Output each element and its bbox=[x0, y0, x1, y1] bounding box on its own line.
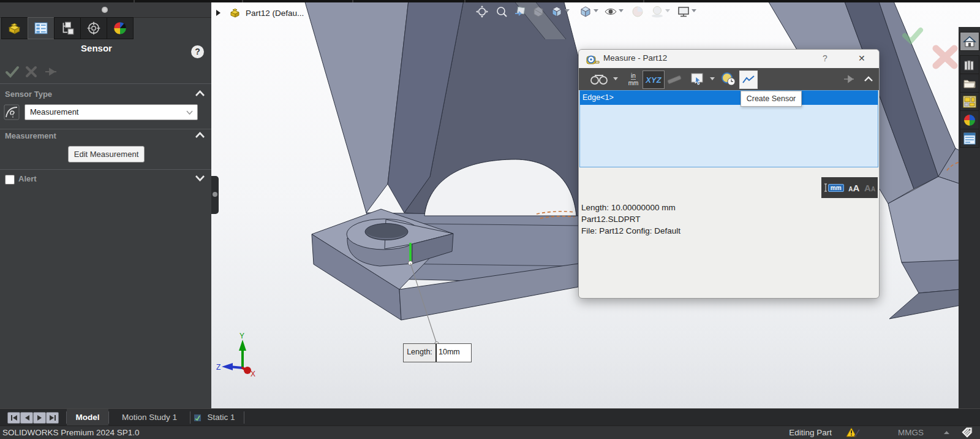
create-sensor-icon[interactable] bbox=[739, 71, 758, 89]
view-orientation-caret-icon[interactable] bbox=[565, 9, 570, 13]
first-tab-button[interactable] bbox=[7, 412, 20, 424]
collapse-chevron-icon[interactable] bbox=[862, 71, 875, 88]
sensor-type-section-label: Sensor Type bbox=[5, 90, 52, 99]
view-orientation-icon[interactable] bbox=[549, 4, 564, 19]
measurement-callout: Length: 10mm bbox=[403, 343, 472, 362]
rebuild-warning-icon[interactable] bbox=[846, 427, 861, 438]
splitter-dot-icon bbox=[213, 192, 217, 197]
task-pane bbox=[959, 27, 980, 408]
custom-properties-icon bbox=[963, 132, 976, 145]
tab-model[interactable]: Model bbox=[67, 409, 108, 426]
tab-static-study[interactable]: Static 1 bbox=[202, 409, 240, 426]
triad-x-label: X bbox=[251, 370, 255, 378]
measure-mini-toolbar: mm AA AA bbox=[821, 177, 878, 198]
collapsed-menu-strip[interactable] bbox=[0, 0, 980, 2]
section-view-icon[interactable] bbox=[531, 4, 546, 19]
home-tab[interactable] bbox=[960, 32, 979, 51]
dropdown-caret-icon bbox=[186, 110, 193, 115]
callout-label: Length: bbox=[404, 344, 437, 362]
measure-selection-icon[interactable] bbox=[688, 71, 706, 88]
unit-system-label[interactable]: MMGS bbox=[889, 426, 932, 439]
edit-measurement-button[interactable]: Edit Measurement bbox=[68, 146, 145, 162]
show-xyz-icon[interactable]: XYZ bbox=[643, 71, 665, 89]
point-to-point-icon[interactable] bbox=[666, 71, 683, 88]
units-quick-icon[interactable]: mm bbox=[824, 183, 844, 192]
feature-tree-flyout[interactable]: Part12 (Defau... bbox=[214, 5, 304, 21]
tab-display-manager[interactable] bbox=[107, 17, 134, 39]
pin-icon[interactable] bbox=[842, 71, 856, 88]
appearances-sphere-icon bbox=[963, 113, 976, 127]
dialog-help-button[interactable]: ? bbox=[823, 53, 827, 63]
tab-property-manager[interactable] bbox=[28, 17, 55, 39]
measure-dialog-titlebar[interactable]: Measure - Part12 ? ✕ bbox=[579, 50, 879, 69]
expand-arrow-icon[interactable] bbox=[214, 9, 222, 17]
home-icon bbox=[963, 35, 976, 48]
previous-view-icon[interactable] bbox=[513, 4, 527, 19]
view-settings-caret-icon[interactable] bbox=[692, 9, 696, 13]
selection-list-item[interactable]: Edge<1> bbox=[580, 91, 878, 105]
measurement-collapse-icon[interactable] bbox=[195, 132, 205, 139]
increase-font-icon[interactable]: AA bbox=[848, 183, 859, 193]
tag-icon[interactable] bbox=[960, 427, 974, 438]
display-style-caret-icon[interactable] bbox=[594, 9, 598, 13]
appearances-tab[interactable] bbox=[960, 110, 979, 129]
tab-feature-manager[interactable] bbox=[1, 17, 28, 39]
custom-properties-tab[interactable] bbox=[960, 129, 979, 148]
tree-part-label[interactable]: Part12 (Defau... bbox=[246, 9, 304, 18]
apply-scene-caret-icon[interactable] bbox=[665, 9, 670, 13]
panel-splitter-handle[interactable] bbox=[211, 176, 219, 214]
arc-measure-icon[interactable] bbox=[589, 71, 609, 88]
dimxpert-icon bbox=[86, 21, 101, 36]
arc-measure-caret-icon[interactable] bbox=[613, 71, 618, 88]
part-right-base-front bbox=[902, 260, 960, 293]
configuration-icon bbox=[60, 21, 75, 36]
folder-icon bbox=[963, 77, 976, 90]
ok-button[interactable] bbox=[5, 65, 20, 78]
units-precision-icon[interactable]: in mm bbox=[624, 71, 643, 88]
tab-dimxpert-manager[interactable] bbox=[80, 17, 107, 39]
part-hole bbox=[365, 224, 408, 240]
static-study-icon bbox=[194, 414, 201, 421]
last-tab-button[interactable] bbox=[46, 412, 59, 424]
hide-show-items-icon[interactable] bbox=[603, 4, 618, 19]
zoom-fit-icon[interactable] bbox=[475, 4, 489, 19]
view-palette-tab[interactable] bbox=[960, 92, 979, 111]
file-explorer-tab[interactable] bbox=[960, 74, 979, 93]
cancel-button[interactable] bbox=[24, 65, 38, 78]
property-manager-panel: Sensor #panel div[data-name="panel-title… bbox=[0, 2, 211, 408]
view-palette-icon bbox=[963, 95, 976, 109]
tab-configuration-manager[interactable] bbox=[54, 17, 81, 39]
measurement-history-icon[interactable] bbox=[718, 71, 738, 88]
measurement-section-label: Measurement bbox=[5, 131, 56, 140]
measure-dialog[interactable]: Measure - Part12 ? ✕ in mm XYZ bbox=[578, 49, 880, 299]
measure-selection-list[interactable]: Edge<1> bbox=[579, 90, 878, 167]
display-style-icon[interactable] bbox=[578, 4, 593, 19]
measure-selection-caret-icon[interactable] bbox=[710, 71, 715, 88]
sensor-type-icon bbox=[4, 104, 20, 120]
result-file: File: Part12 Config: Default bbox=[581, 225, 680, 237]
reference-triad: Y Z X bbox=[216, 332, 255, 378]
measure-results: Length: 10.00000000 mm Part12.SLDPRT Fil… bbox=[581, 202, 680, 237]
sensor-type-collapse-icon[interactable] bbox=[195, 90, 205, 97]
edit-appearance-icon[interactable] bbox=[630, 4, 645, 19]
tab-motion-study[interactable]: Motion Study 1 bbox=[110, 409, 189, 426]
design-library-icon bbox=[963, 59, 976, 71]
alert-checkbox[interactable] bbox=[5, 175, 15, 185]
zoom-area-icon[interactable] bbox=[494, 4, 509, 19]
pin-button[interactable] bbox=[44, 66, 58, 77]
appearance-sphere-icon bbox=[113, 21, 127, 36]
decrease-font-icon[interactable]: AA bbox=[864, 183, 875, 193]
hide-show-caret-icon[interactable] bbox=[619, 9, 624, 13]
dialog-close-button[interactable]: ✕ bbox=[858, 53, 865, 63]
previous-tab-button[interactable] bbox=[20, 412, 33, 424]
panel-grip[interactable] bbox=[0, 2, 211, 18]
help-icon[interactable]: ? bbox=[191, 45, 204, 58]
view-settings-icon[interactable] bbox=[676, 4, 691, 19]
next-tab-button[interactable] bbox=[33, 412, 46, 424]
alert-expand-icon[interactable] bbox=[195, 175, 205, 181]
panel-title: Sensor bbox=[0, 43, 193, 53]
unit-system-caret-icon[interactable] bbox=[944, 431, 949, 435]
apply-scene-icon[interactable] bbox=[650, 4, 665, 19]
design-library-tab[interactable] bbox=[960, 55, 979, 74]
sensor-type-dropdown[interactable]: Measurement bbox=[24, 104, 198, 120]
